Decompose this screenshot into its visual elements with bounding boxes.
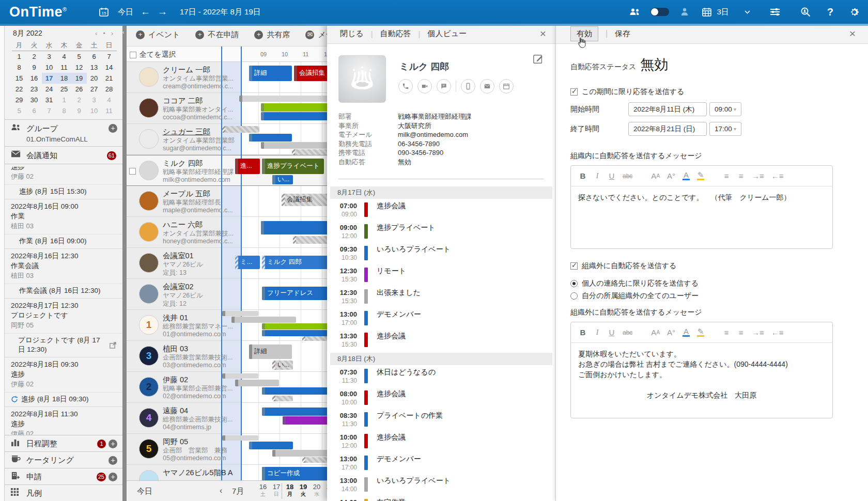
mini-calendar-day[interactable]: 12 (72, 62, 87, 73)
event-bar[interactable] (222, 435, 258, 441)
event-bar[interactable]: 進... (235, 159, 260, 174)
event-bar[interactable] (235, 380, 279, 386)
mini-calendar-day[interactable]: 26 (72, 84, 87, 95)
notification-item[interactable]: 2022年8月16日 09:00作業植田 03 (5, 199, 122, 234)
group-view-icon[interactable] (628, 5, 642, 19)
outdent-icon[interactable]: ←≡ (771, 171, 784, 180)
radio-all-row[interactable]: 自分の所属組織外の全てのユーザー (570, 291, 868, 301)
chevron-down-icon[interactable] (741, 5, 754, 19)
end-time-select[interactable]: 17:00▾ (709, 122, 741, 136)
bold-icon[interactable]: B (579, 328, 586, 337)
row-person-name[interactable]: メープル 五郎 (163, 189, 210, 199)
toolbar-button-イベント[interactable]: +イベント (136, 30, 180, 40)
autoreply-panel-close-icon[interactable]: × (849, 28, 856, 39)
mini-calendar-day[interactable]: 5 (12, 105, 27, 116)
schedule-item[interactable]: 12:3015:30出張来ました (334, 288, 555, 309)
event-bar[interactable] (222, 373, 258, 379)
radio-contacts-row[interactable]: 個人の連絡先に限り応答を送信する (570, 279, 868, 288)
mini-calendar-day[interactable]: 9 (72, 105, 87, 116)
mini-calendar-day[interactable]: 9 (27, 62, 42, 73)
schedule-item[interactable]: 07:3011:30休日はどうなるの (334, 367, 555, 389)
footer-day[interactable]: 16土 (256, 483, 270, 498)
footer-day[interactable]: 17日 (270, 483, 283, 498)
mini-calendar-day[interactable]: 16 (27, 73, 42, 84)
end-date-input[interactable]: 2022年8月21日 (日) (628, 122, 707, 136)
mini-calendar-day[interactable]: 7 (102, 51, 117, 62)
period-check-row[interactable]: この期間に限り応答を送信する (570, 87, 868, 97)
sidebar-section-meeting-notices[interactable]: 会議通知 61 (5, 146, 122, 164)
event-bar[interactable]: ミ... (235, 256, 260, 269)
mini-calendar-day[interactable]: 3 (87, 95, 102, 105)
mini-calendar-day[interactable]: 23 (27, 84, 42, 95)
underline-icon[interactable]: U (608, 171, 615, 180)
mini-calendar-day[interactable]: 28 (102, 84, 117, 95)
schedule-item[interactable]: 09:0012:00進捗プライベート (334, 223, 555, 244)
notification-response[interactable]: プロジェクトです (8月 17日 12:30) (5, 334, 122, 357)
video-icon[interactable] (417, 79, 432, 93)
notification-response[interactable]: 作業 (8月 16日 09:00) (5, 234, 122, 249)
external-checkbox[interactable] (570, 262, 578, 270)
mini-calendar-day[interactable]: 24 (42, 84, 57, 95)
mini-calendar-day[interactable]: 5 (72, 51, 87, 62)
mini-calendar-day[interactable]: 14 (102, 62, 117, 73)
save-button[interactable]: 保存 (615, 29, 630, 39)
mini-calendar-day[interactable]: 19 (72, 73, 87, 84)
mini-calendar-day[interactable]: 27 (87, 84, 102, 95)
row-person-name[interactable]: 植田 03 (163, 344, 188, 354)
font-color-icon[interactable]: A (683, 328, 690, 337)
row-person-name[interactable]: 会議室01 (163, 251, 194, 261)
mini-calendar-day[interactable]: 6 (87, 51, 102, 62)
tab-自動応答[interactable]: 自動応答 (373, 29, 419, 39)
mini-calendar-day[interactable]: 25 (57, 84, 72, 95)
mini-calendar-day[interactable]: 10 (87, 105, 102, 116)
footer-day[interactable]: 18月 (283, 483, 297, 498)
mini-calendar-day[interactable]: 2 (27, 51, 42, 62)
view-days-label[interactable]: 3日 (717, 7, 729, 17)
schedule-item[interactable]: 13:0017:00デモメンバー (334, 309, 555, 331)
row-checkbox[interactable] (129, 168, 136, 175)
event-bar[interactable]: 詳細 (249, 66, 292, 81)
font-scale-icon[interactable]: A° (667, 328, 675, 337)
sidebar-collapse-handle[interactable]: ‹ (122, 24, 127, 501)
start-time-select[interactable]: 09:00▾ (709, 102, 741, 116)
row-person-name[interactable]: 浅井 01 (163, 313, 188, 323)
notification-response[interactable]: 作業会議 (8月 16日 12:30) (5, 284, 122, 299)
swimlane-settings-icon[interactable] (768, 5, 782, 19)
mail-icon[interactable] (480, 79, 494, 93)
footer-day[interactable]: 20水 (310, 483, 323, 498)
footer-day[interactable]: 19火 (297, 483, 310, 498)
mini-calendar-day[interactable]: 8 (57, 105, 72, 116)
schedule-item[interactable]: 13:0017:00デモメンバー (334, 454, 555, 476)
period-checkbox[interactable] (570, 88, 578, 96)
notification-item[interactable]: 2022年8月16日 12:30作業会議植田 03 (5, 249, 122, 284)
schedule-item[interactable]: 08:0010:00進捗会議 (334, 389, 555, 411)
mini-calendar-day[interactable]: 18 (57, 73, 72, 84)
mini-calendar-day[interactable]: 1 (12, 51, 27, 62)
mini-calendar-nav[interactable]: ‹ • › (95, 30, 115, 37)
row-person-name[interactable]: 伊藤 02 (163, 375, 188, 385)
mini-calendar-day[interactable]: 6 (27, 105, 42, 116)
select-all-checkbox[interactable] (130, 52, 136, 58)
mini-calendar-day[interactable]: 31 (42, 95, 57, 105)
radio-all-users[interactable] (570, 292, 578, 300)
notification-item[interactable]: 2022年8月17日 12:30プロジェクトです岡野 05 (5, 299, 122, 334)
calendar-view-icon[interactable] (700, 5, 714, 19)
external-check-row[interactable]: 組織外に自動応答を送信する (570, 261, 868, 271)
mini-calendar-day[interactable]: 8 (12, 62, 27, 73)
mini-calendar-day[interactable]: 21 (102, 73, 117, 84)
schedule-item[interactable]: 13:0014:00いろいろプライベート (334, 476, 555, 497)
row-person-name[interactable]: ミルク 四郎 (163, 159, 203, 168)
indent-icon[interactable]: →≡ (752, 328, 764, 337)
event-bar[interactable] (272, 396, 293, 401)
row-person-name[interactable]: 会議室02 (163, 282, 194, 292)
event-bar[interactable] (231, 317, 296, 323)
sidebar-item-申請[interactable]: 申請25+ (5, 468, 122, 484)
mini-calendar-day[interactable]: 3 (42, 51, 57, 62)
help-icon[interactable]: ? (827, 6, 833, 18)
tab-閉じる[interactable]: 閉じる (340, 29, 371, 39)
person-view-icon[interactable] (678, 5, 691, 19)
sidebar-item-ケータリング[interactable]: ケータリング+ (5, 451, 122, 468)
row-person-name[interactable]: クリーム 一郎 (163, 65, 210, 75)
mini-calendar-day[interactable]: 30 (27, 95, 42, 105)
add-申請-button[interactable]: + (109, 473, 117, 481)
